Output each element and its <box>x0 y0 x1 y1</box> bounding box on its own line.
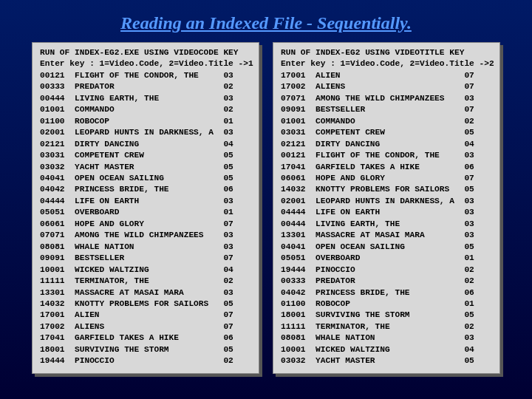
left-panel: RUN OF INDEX-EG2.EXE USING VIDEOCODE KEY… <box>32 42 259 374</box>
left-listing: RUN OF INDEX-EG2.EXE USING VIDEOCODE KEY… <box>40 47 251 367</box>
right-panel: RUN OF INDEX-EG2 USING VIDEOTITLE KEY En… <box>273 42 500 374</box>
panels-container: RUN OF INDEX-EG2.EXE USING VIDEOCODE KEY… <box>0 42 532 374</box>
page-title: Reading an Indexed File - Sequentially. <box>0 0 532 42</box>
right-listing: RUN OF INDEX-EG2 USING VIDEOTITLE KEY En… <box>281 47 492 367</box>
